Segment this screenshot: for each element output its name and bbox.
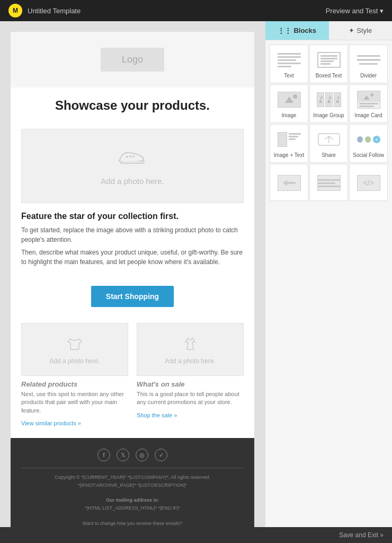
block-row3-icon-3: </>: [355, 173, 382, 192]
mailing-label: Our mailing address is:: [21, 496, 244, 504]
bottom-bar: Save and Exit »: [0, 527, 392, 543]
template-title: Untitled Template: [28, 7, 81, 15]
block-image-group[interactable]: Image Group: [309, 84, 348, 123]
main-area: Logo Showcase your products.: [0, 21, 392, 527]
product-image-1: Add a photo here.: [21, 323, 128, 376]
instagram-icon: ◎: [136, 449, 148, 461]
product-col-2: Add a photo here. What's on sale This is…: [132, 323, 244, 427]
facebook-icon: f: [97, 449, 110, 461]
block-image-text[interactable]: Image + Text: [270, 124, 308, 163]
svg-marker-5: [327, 99, 331, 103]
cta-section: Start Shopping: [11, 278, 254, 318]
svg-point-8: [337, 97, 340, 99]
shirt-icon-1: [65, 335, 84, 357]
feature-para-1: To get started, replace the image above …: [21, 225, 244, 244]
block-boxed-text-icon: [316, 50, 342, 69]
block-image[interactable]: Image: [270, 84, 308, 123]
blocks-grid: Text Boxed Text: [265, 40, 392, 205]
block-row3-2[interactable]: [309, 164, 348, 201]
footer-text: Copyright © *|CURRENT_YEAR|* *|LIST:COMP…: [21, 474, 244, 527]
svg-marker-7: [336, 99, 339, 103]
hero-title: Showcase your products.: [21, 98, 244, 113]
email-container: Logo Showcase your products.: [11, 32, 254, 527]
svg-point-2: [132, 155, 135, 157]
tab-style[interactable]: ✦ Style: [329, 21, 393, 40]
check-icon: ✓: [155, 449, 167, 461]
mailchimp-logo: M: [8, 4, 22, 17]
tab-blocks[interactable]: ⋮⋮ Blocks: [265, 21, 329, 40]
block-image-card[interactable]: Image Card: [349, 84, 388, 123]
svg-marker-3: [319, 99, 322, 103]
hero-section: Showcase your products.: [11, 87, 254, 124]
blocks-tab-icon: ⋮⋮: [278, 27, 291, 34]
cta-button[interactable]: Start Shopping: [91, 286, 174, 307]
block-row3-1[interactable]: [270, 164, 308, 201]
address-line: *|HTML:LIST_ADDRESS_HTML|* *|END:IF|*: [21, 504, 244, 512]
email-footer: f 𝕏 ◎ ✓ Copyright © *|CURRENT_YEAR|* *|L…: [11, 438, 254, 527]
block-row3-3[interactable]: </>: [349, 164, 388, 201]
block-divider[interactable]: Divider: [349, 45, 388, 83]
feature-para-2: Then, describe what makes your product u…: [21, 248, 244, 267]
archive-line: *|IFNOT:ARCHIVE_PAGE|* *|LIST:DESCRIPTIO…: [21, 481, 244, 489]
svg-point-4: [320, 97, 323, 99]
feature-title: Feature the star of your collection firs…: [21, 212, 244, 221]
product-image-text-1: Add a photo here.: [49, 357, 100, 365]
product-image-2: Add a photo here.: [137, 323, 244, 376]
main-image-text: Add a photo here.: [101, 177, 164, 186]
product-desc-1: Next, use this spot to mention any other…: [21, 390, 128, 415]
block-image-group-icon: [316, 90, 342, 109]
logo-placeholder: Logo: [101, 48, 164, 72]
product-link-1[interactable]: View similar products »: [21, 420, 81, 426]
products-section: Add a photo here. Related products Next,…: [11, 318, 254, 438]
dress-icon: [181, 335, 200, 357]
block-text[interactable]: Text: [270, 45, 308, 83]
preview-button[interactable]: Preview and Test ▾: [326, 7, 384, 15]
main-image-section: Add a photo here.: [11, 124, 254, 203]
svg-point-6: [329, 97, 331, 99]
product-link-2[interactable]: Shop the sale »: [137, 412, 177, 418]
product-title-1: Related products: [21, 380, 128, 388]
save-exit-button[interactable]: Save and Exit »: [339, 531, 384, 539]
svg-point-1: [129, 155, 131, 157]
block-share[interactable]: Share: [309, 124, 348, 163]
block-row3-icon-2: [316, 173, 342, 192]
top-nav: M Untitled Template Preview and Test ▾: [0, 0, 392, 21]
product-image-text-2: Add a photo here.: [165, 357, 215, 365]
svg-point-0: [126, 156, 128, 158]
product-title-2: What's on sale: [137, 380, 244, 388]
sidebar-tabs: ⋮⋮ Blocks ✦ Style: [265, 21, 392, 40]
block-image-card-icon: [355, 90, 382, 109]
product-desc-2: This is a good place to tell people abou…: [137, 390, 244, 407]
block-image-text-icon: [276, 130, 302, 149]
svg-point-10: [370, 93, 373, 97]
footer-divider: [21, 468, 244, 468]
canvas-area: Logo Showcase your products.: [0, 21, 265, 527]
block-divider-icon: [355, 50, 382, 69]
block-boxed-text[interactable]: Boxed Text: [309, 45, 348, 83]
shoe-icon: [117, 146, 148, 172]
style-tab-icon: ✦: [349, 27, 354, 34]
twitter-x-icon: 𝕏: [117, 449, 129, 461]
block-social-follow[interactable]: + Social Follow: [349, 124, 388, 163]
block-text-icon: [276, 50, 302, 69]
feature-text-section: Feature the star of your collection firs…: [11, 203, 254, 278]
copyright-line: Copyright © *|CURRENT_YEAR|* *|LIST:COMP…: [21, 474, 244, 481]
block-social-follow-icon: +: [355, 130, 382, 149]
main-image-placeholder: Add a photo here.: [21, 129, 244, 203]
footer-social-icons: f 𝕏 ◎ ✓: [21, 449, 244, 461]
logo-section: Logo: [11, 32, 254, 87]
block-share-icon: [316, 130, 342, 149]
block-image-icon: [276, 90, 302, 109]
svg-marker-9: [363, 95, 370, 100]
block-row3-icon-1: [276, 173, 302, 192]
sidebar: ⋮⋮ Blocks ✦ Style: [265, 21, 392, 527]
preferences-text: Want to change how you receive these ema…: [21, 520, 244, 527]
product-col-1: Add a photo here. Related products Next,…: [21, 323, 132, 427]
nav-left: M Untitled Template: [8, 4, 81, 17]
